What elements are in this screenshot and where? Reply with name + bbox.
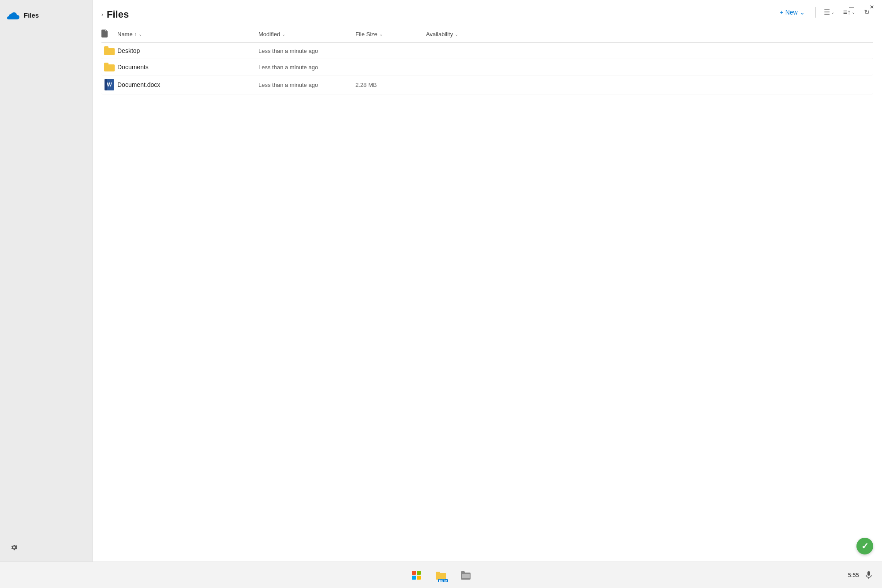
microphone-icon — [866, 571, 872, 579]
size-col-label: File Size — [355, 31, 377, 37]
main-content: — ✕ › Files + New ⌄ ☰ ⌄ — [93, 0, 882, 562]
sync-check-icon: ✓ — [861, 541, 869, 551]
onedrive-logo — [7, 9, 19, 21]
file-icon-cell — [101, 46, 117, 55]
taskbar-center: BETA — [408, 567, 474, 583]
sidebar-bottom — [0, 533, 92, 562]
header-area: › Files + New ⌄ ☰ ⌄ ≡↑ ⌄ — [93, 0, 882, 24]
breadcrumb: › Files — [101, 5, 873, 24]
minimize-button[interactable]: — — [841, 0, 862, 14]
file-list-header: Name ↑ ⌄ Modified ⌄ File Size ⌄ — [101, 24, 873, 43]
sidebar-title: Files — [24, 11, 39, 19]
close-button[interactable]: ✕ — [862, 0, 882, 14]
size-sort-chevron-icon: ⌄ — [379, 32, 383, 37]
sync-status-badge: ✓ — [856, 538, 873, 554]
file-list-area: Name ↑ ⌄ Modified ⌄ File Size ⌄ — [93, 24, 882, 562]
breadcrumb-chevron-icon: › — [101, 11, 103, 18]
svg-rect-5 — [867, 571, 870, 576]
settings-icon — [10, 543, 18, 551]
folder-icon — [104, 46, 115, 55]
win-logo-red — [412, 571, 416, 575]
file-modified-cell: Less than a minute ago — [258, 48, 355, 54]
file-type-header-icon — [101, 30, 108, 37]
window-controls: — ✕ — [841, 0, 882, 14]
table-row[interactable]: Document.docx Less than a minute ago 2.2… — [101, 75, 873, 94]
col-availability-header[interactable]: Availability ⌄ — [426, 31, 514, 37]
view-icon: ☰ — [824, 8, 830, 16]
taskbar-mic-icon[interactable] — [864, 571, 873, 580]
windows-logo-icon — [412, 571, 421, 580]
svg-rect-3 — [461, 571, 465, 574]
file-icon-cell — [101, 79, 117, 90]
name-col-label: Name — [117, 31, 133, 37]
file-modified-cell: Less than a minute ago — [258, 64, 355, 71]
name-sort-arrow: ↑ — [135, 32, 137, 37]
table-row[interactable]: Documents Less than a minute ago — [101, 59, 873, 75]
col-size-header[interactable]: File Size ⌄ — [355, 31, 426, 37]
windows-start-button[interactable] — [408, 567, 424, 583]
availability-sort-chevron-icon: ⌄ — [455, 32, 458, 37]
sidebar-header: Files — [0, 0, 92, 30]
new-button[interactable]: + New ⌄ — [774, 6, 811, 19]
col-modified-header[interactable]: Modified ⌄ — [258, 31, 355, 37]
col-icon-header — [101, 30, 117, 39]
sidebar: Files — [0, 0, 93, 562]
settings-button[interactable] — [7, 540, 21, 554]
taskbar-files-button[interactable] — [458, 567, 474, 583]
svg-rect-1 — [436, 572, 440, 575]
taskbar-time: 5:55 — [848, 572, 859, 578]
file-icon-cell — [101, 63, 117, 71]
svg-rect-4 — [462, 574, 470, 578]
new-label: New — [785, 9, 798, 16]
file-name-cell: Desktop — [117, 47, 258, 54]
col-name-header[interactable]: Name ↑ ⌄ — [117, 31, 258, 37]
availability-col-label: Availability — [426, 31, 453, 37]
win-logo-yellow — [417, 576, 421, 580]
new-chevron-icon: ⌄ — [800, 9, 805, 16]
win-logo-green — [417, 571, 421, 575]
beta-files-taskbar-button[interactable]: BETA — [433, 567, 449, 583]
modified-sort-chevron-icon: ⌄ — [282, 32, 285, 37]
view-chevron-icon: ⌄ — [831, 10, 834, 15]
file-modified-cell: Less than a minute ago — [258, 82, 355, 88]
name-sort-chevron-icon: ⌄ — [138, 32, 142, 37]
taskbar-folder2-icon — [461, 571, 471, 580]
win-logo-blue — [412, 576, 416, 580]
taskbar-folder-icon — [436, 571, 446, 580]
page-title: Files — [107, 9, 129, 20]
toolbar-divider — [815, 7, 816, 18]
taskbar: BETA 5:55 — [0, 562, 882, 588]
file-name-cell: Documents — [117, 64, 258, 71]
table-row[interactable]: Desktop Less than a minute ago — [101, 43, 873, 59]
modified-col-label: Modified — [258, 31, 280, 37]
new-plus-icon: + — [780, 9, 783, 16]
folder-icon — [104, 63, 115, 71]
file-size-cell: 2.28 MB — [355, 82, 426, 88]
taskbar-right: 5:55 — [848, 571, 873, 580]
beta-label: BETA — [438, 579, 448, 582]
file-name-cell: Document.docx — [117, 81, 258, 88]
word-icon — [105, 79, 114, 90]
view-button[interactable]: ☰ ⌄ — [820, 5, 838, 19]
